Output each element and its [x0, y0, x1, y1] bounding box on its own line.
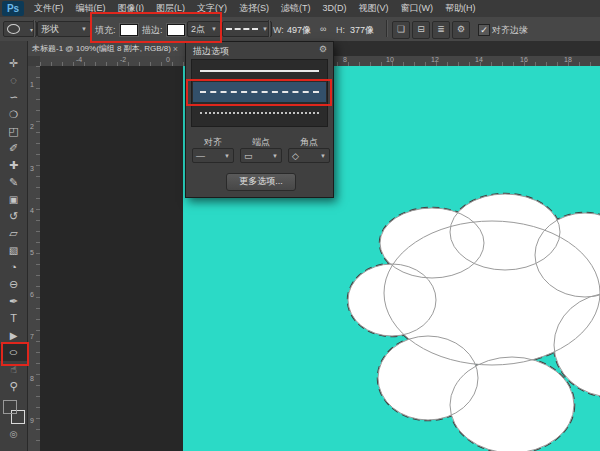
path-alignment-button[interactable]: ⊟	[412, 21, 430, 39]
blur-tool-button[interactable]: ◔	[0, 259, 27, 276]
dodge-tool-button[interactable]: ⊖	[0, 276, 27, 293]
gradient-tool-button[interactable]: ▧	[0, 242, 27, 259]
menu-layer[interactable]: 图层(L)	[150, 0, 191, 17]
ruler-number: 0	[166, 56, 170, 63]
tool-mode-value: 形状	[41, 23, 59, 36]
menu-filter[interactable]: 滤镜(T)	[275, 0, 317, 17]
ruler-number: -2	[120, 56, 126, 63]
width-value-field[interactable]: 497像	[287, 25, 311, 35]
stroke-style-dotted[interactable]	[193, 103, 326, 123]
stroke-style-select[interactable]: ▼	[222, 21, 272, 37]
ruler-number: 3	[30, 165, 34, 172]
corners-select[interactable]: ◇ ▼	[288, 148, 330, 163]
zoom-tool-button[interactable]: ⚲	[0, 378, 27, 395]
ruler-number: 8	[30, 375, 34, 382]
chevron-down-icon: ▼	[320, 153, 326, 159]
ellipse-tool-icon: ○	[9, 344, 19, 361]
corners-value-icon: ◇	[292, 151, 299, 161]
marquee-tool-button[interactable]: ◌	[0, 72, 27, 89]
ruler-number: -4	[76, 56, 82, 63]
document-tab[interactable]: 未标题-1 @ 109%(编组 8 副本, RGB/8) ×	[28, 41, 189, 56]
dashed-line-icon	[200, 91, 319, 93]
dotted-line-icon	[200, 112, 319, 114]
separator	[33, 20, 35, 37]
hand-tool-button[interactable]: ☝	[0, 361, 27, 378]
clone-stamp-tool-button[interactable]: ▣	[0, 191, 27, 208]
close-tab-icon[interactable]: ×	[173, 44, 178, 54]
stroke-label: 描边:	[142, 25, 163, 35]
stroke-width-select[interactable]: 2点 ▼	[187, 21, 221, 37]
stroke-style-solid[interactable]	[193, 61, 326, 81]
ruler-number: 6	[30, 291, 34, 298]
more-options-button[interactable]: 更多选项...	[226, 173, 296, 191]
menu-edit[interactable]: 编辑(E)	[70, 0, 112, 17]
align-select[interactable]: — ▼	[192, 148, 234, 163]
chevron-down-icon: ▼	[211, 26, 217, 32]
quick-selection-tool-button[interactable]: ❍	[0, 106, 27, 123]
stroke-color-swatch[interactable]	[167, 24, 185, 36]
tool-mode-select[interactable]: 形状 ▼	[37, 21, 91, 37]
ruler-number: 14	[475, 56, 483, 63]
document-title: 未标题-1 @ 109%(编组 8 副本, RGB/8)	[28, 43, 171, 54]
stroke-style-dashed[interactable]	[193, 82, 326, 102]
geometry-options-gear-button[interactable]: ⚙	[452, 21, 470, 39]
crop-tool-button[interactable]: ◰	[0, 123, 27, 140]
ruler-number: 4	[30, 207, 34, 214]
stroke-width-value: 2点	[191, 23, 205, 36]
ruler-number: 12	[431, 56, 439, 63]
spot-healing-brush-tool-button[interactable]: ✚	[0, 157, 27, 174]
ruler-number: 16	[520, 56, 528, 63]
chevron-down-icon: ▼	[81, 26, 87, 32]
photoshop-logo: Ps	[2, 1, 24, 16]
quick-mask-button[interactable]: ◎	[0, 427, 27, 441]
menu-help[interactable]: 帮助(H)	[439, 0, 482, 17]
photoshop-window: Ps 文件(F) 编辑(E) 图像(I) 图层(L) 文字(Y) 选择(S) 滤…	[0, 0, 600, 451]
fill-color-swatch[interactable]	[120, 24, 138, 36]
pen-tool-button[interactable]: ✒	[0, 293, 27, 310]
tools-panel: ✛ ◌ ∽ ❍ ◰ ✐ ✚ ✎ ▣ ↺ ▱ ▧ ◔ ⊖ ✒ T ▶ ○ ☝ ⚲ …	[0, 41, 28, 451]
type-tool-button[interactable]: T	[0, 310, 27, 327]
menu-type[interactable]: 文字(Y)	[191, 0, 233, 17]
menu-window[interactable]: 窗口(W)	[395, 0, 440, 17]
ruler-number: 9	[30, 417, 34, 424]
menu-view[interactable]: 视图(V)	[353, 0, 395, 17]
path-arrangement-button[interactable]: ≣	[432, 21, 450, 39]
ruler-number: 8	[343, 56, 347, 63]
gear-icon[interactable]: ⚙	[319, 44, 327, 54]
history-brush-tool-button[interactable]: ↺	[0, 208, 27, 225]
align-edges-label: 对齐边缘	[492, 25, 528, 35]
chevron-down-icon: ▼	[272, 153, 278, 159]
link-dimensions-icon[interactable]: ∞	[320, 24, 326, 34]
ruler-number: 7	[30, 333, 34, 340]
eyedropper-tool-button[interactable]: ✐	[0, 140, 27, 157]
caps-select[interactable]: ▭ ▼	[240, 148, 282, 163]
cloud-fill	[348, 194, 600, 451]
ruler-number: 5	[30, 249, 34, 256]
dashed-line-preview-icon	[226, 28, 258, 30]
menu-3d[interactable]: 3D(D)	[317, 0, 353, 17]
path-selection-tool-button[interactable]: ▶	[0, 327, 27, 344]
menu-select[interactable]: 选择(S)	[233, 0, 275, 17]
stroke-options-panel: 描边选项 ⚙ 对齐 端点 角点 — ▼ ▭ ▼ ◇ ▼ 更多选项...	[185, 41, 334, 198]
menu-image[interactable]: 图像(I)	[112, 0, 151, 17]
tool-preset-picker[interactable]: ▾	[3, 21, 37, 37]
align-edges-checkbox[interactable]: ✓	[478, 24, 490, 36]
stroke-style-list	[191, 59, 328, 127]
stroke-options-title: 描边选项	[193, 45, 229, 58]
path-operations-button[interactable]: ❏	[392, 21, 410, 39]
pasteboard	[40, 66, 183, 451]
height-label: H:	[336, 25, 345, 35]
options-bar: ▾ 形状 ▼ 填充: 描边: 2点 ▼ ▼ W: 497像 ∞ H: 377像 …	[0, 17, 600, 42]
lasso-tool-button[interactable]: ∽	[0, 89, 27, 106]
ruler-number: 18	[564, 56, 572, 63]
menu-file[interactable]: 文件(F)	[28, 0, 70, 17]
move-tool-button[interactable]: ✛	[0, 55, 27, 72]
separator	[386, 20, 388, 37]
ellipse-tool-button[interactable]: ○	[0, 344, 27, 361]
fill-label: 填充:	[95, 25, 116, 35]
eraser-tool-button[interactable]: ▱	[0, 225, 27, 242]
foreground-color-swatch[interactable]	[3, 400, 17, 414]
brush-tool-button[interactable]: ✎	[0, 174, 27, 191]
chevron-down-icon: ▼	[224, 153, 230, 159]
height-value-field[interactable]: 377像	[350, 25, 374, 35]
